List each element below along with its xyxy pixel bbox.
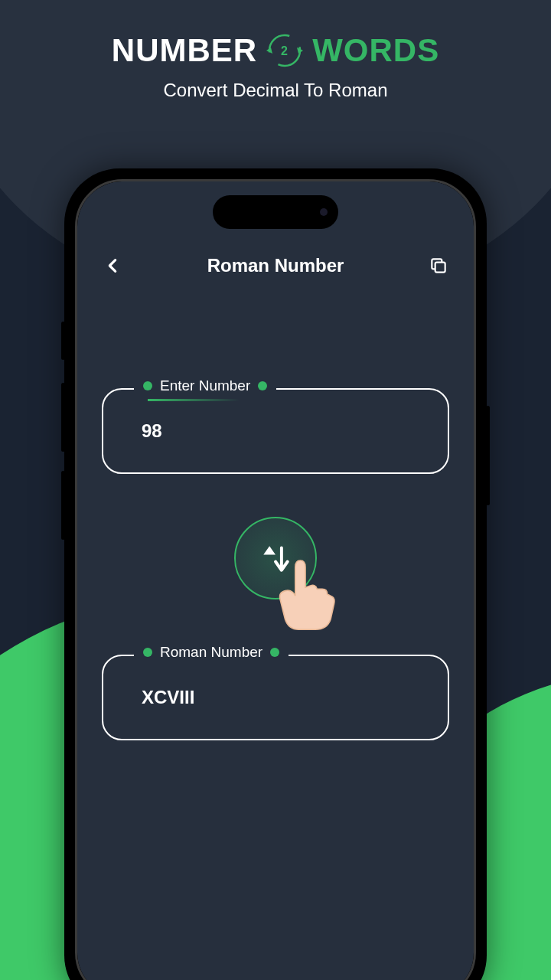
output-field-group: Roman Number XCVIII bbox=[102, 655, 449, 740]
logo-words-text: WORDS bbox=[312, 32, 439, 69]
input-value: 98 bbox=[142, 420, 162, 442]
promo-subtitle: Convert Decimal To Roman bbox=[0, 80, 551, 101]
copy-button[interactable] bbox=[425, 252, 452, 279]
input-label-wrap: Enter Number bbox=[134, 377, 276, 394]
screen-title: Roman Number bbox=[207, 255, 344, 276]
phone-notch bbox=[213, 195, 338, 229]
green-dot-icon bbox=[258, 381, 267, 390]
swap-circle-icon: 2 bbox=[262, 32, 308, 69]
copy-icon bbox=[429, 256, 448, 276]
output-label-wrap: Roman Number bbox=[134, 644, 289, 661]
phone-side-button bbox=[61, 471, 65, 540]
input-label: Enter Number bbox=[160, 377, 250, 394]
output-label: Roman Number bbox=[160, 644, 262, 661]
camera-dot bbox=[320, 208, 328, 216]
logo-number-text: NUMBER bbox=[112, 32, 257, 69]
promo-header: NUMBER 2 WORDS Convert Decimal To Roman bbox=[0, 0, 551, 101]
svg-text:2: 2 bbox=[281, 44, 289, 57]
output-value: XCVIII bbox=[142, 687, 194, 708]
phone-screen: Roman Number Enter Number 98 bbox=[77, 181, 474, 980]
content-area: Enter Number 98 bbox=[77, 388, 474, 740]
pointing-hand-icon bbox=[263, 552, 347, 636]
roman-output[interactable]: XCVIII bbox=[102, 655, 449, 740]
green-dot-icon bbox=[143, 648, 152, 657]
app-logo: NUMBER 2 WORDS bbox=[0, 32, 551, 69]
green-dot-icon bbox=[270, 648, 279, 657]
green-dot-icon bbox=[143, 381, 152, 390]
back-button[interactable] bbox=[99, 252, 126, 279]
swap-button-wrap bbox=[102, 517, 449, 599]
label-underline bbox=[148, 399, 240, 401]
chevron-left-icon bbox=[104, 257, 121, 274]
app-header-bar: Roman Number bbox=[77, 243, 474, 289]
phone-side-button bbox=[486, 406, 490, 505]
svg-rect-2 bbox=[435, 263, 445, 273]
input-field-group: Enter Number 98 bbox=[102, 388, 449, 474]
phone-side-button bbox=[61, 383, 65, 452]
phone-side-button bbox=[61, 322, 65, 360]
swap-button[interactable] bbox=[234, 517, 317, 599]
phone-frame: Roman Number Enter Number 98 bbox=[64, 168, 487, 980]
